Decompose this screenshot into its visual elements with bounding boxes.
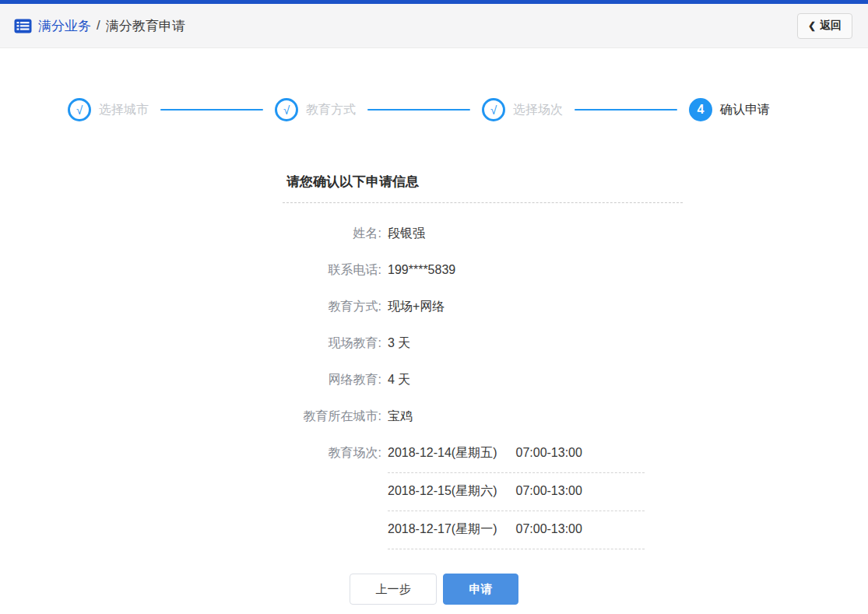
field-row-name: 姓名: 段银强	[283, 224, 683, 243]
field-value: 4 天	[388, 370, 410, 389]
form-title: 请您确认以下申请信息	[286, 173, 683, 191]
session-time: 07:00-13:00	[516, 482, 582, 500]
step-4-number-badge: 4	[689, 98, 712, 121]
field-row-education-method: 教育方式: 现场+网络	[283, 297, 683, 316]
field-row-online-days: 网络教育: 4 天	[283, 370, 683, 389]
step-select-city: √ 选择城市	[68, 98, 149, 121]
field-value: 199****5839	[388, 261, 455, 279]
field-label: 教育方式:	[283, 297, 381, 316]
step-confirm-application: 4 确认申请	[689, 98, 770, 121]
session-date: 2018-12-14(星期五)	[388, 444, 497, 462]
chevron-left-icon: ❮	[808, 21, 816, 30]
session-row: 2018-12-15(星期六) 07:00-13:00	[283, 482, 683, 520]
field-value: 段银强	[388, 224, 425, 243]
field-value: 现场+网络	[388, 297, 445, 316]
apply-button[interactable]: 申请	[443, 574, 518, 605]
breadcrumb-separator: /	[97, 18, 100, 33]
field-row-phone: 联系电话: 199****5839	[283, 261, 683, 279]
session-value: 2018-12-17(星期一) 07:00-13:00	[388, 520, 645, 549]
breadcrumb: 满分业务 / 满分教育申请	[14, 17, 185, 35]
field-label: 联系电话:	[283, 261, 381, 279]
step-2-check-icon: √	[275, 98, 298, 121]
step-3-label: 选择场次	[513, 102, 563, 118]
field-row-onsite-days: 现场教育: 3 天	[283, 334, 683, 353]
field-label	[283, 520, 381, 558]
form-divider	[283, 202, 683, 203]
session-value: 2018-12-15(星期六) 07:00-13:00	[388, 482, 645, 511]
field-label: 教育场次:	[283, 444, 381, 482]
field-label: 姓名:	[283, 224, 381, 243]
field-row-city: 教育所在城市: 宝鸡	[283, 407, 683, 426]
session-row: 2018-12-17(星期一) 07:00-13:00	[283, 520, 683, 558]
form-actions: 上一步 申请	[0, 574, 868, 605]
step-education-method: √ 教育方式	[275, 98, 356, 121]
back-button[interactable]: ❮ 返回	[797, 13, 852, 39]
session-time: 07:00-13:00	[516, 444, 582, 462]
step-connector	[160, 109, 263, 111]
session-date: 2018-12-15(星期六)	[388, 482, 497, 500]
session-value: 2018-12-14(星期五) 07:00-13:00	[388, 444, 645, 473]
step-select-session: √ 选择场次	[482, 98, 563, 121]
session-row: 教育场次: 2018-12-14(星期五) 07:00-13:00	[283, 444, 683, 482]
session-time: 07:00-13:00	[516, 520, 582, 539]
field-value: 3 天	[388, 334, 410, 353]
breadcrumb-root-link[interactable]: 满分业务	[38, 17, 91, 35]
list-icon	[14, 17, 32, 35]
field-label: 教育所在城市:	[283, 407, 381, 426]
field-label: 网络教育:	[283, 370, 381, 389]
step-connector	[367, 109, 470, 111]
app-header: 满分业务 / 满分教育申请 ❮ 返回	[0, 4, 868, 48]
step-connector	[575, 109, 677, 111]
stepper: √ 选择城市 √ 教育方式 √ 选择场次 4 确认申请	[0, 98, 868, 121]
step-3-check-icon: √	[482, 98, 505, 121]
field-label: 现场教育:	[283, 334, 381, 353]
step-4-label: 确认申请	[720, 102, 770, 118]
breadcrumb-current: 满分教育申请	[106, 17, 185, 35]
previous-step-button[interactable]: 上一步	[350, 574, 437, 605]
field-value: 宝鸡	[388, 407, 413, 426]
back-button-label: 返回	[820, 19, 842, 33]
step-1-check-icon: √	[68, 98, 91, 121]
confirmation-form: 请您确认以下申请信息 姓名: 段银强 联系电话: 199****5839 教育方…	[283, 173, 683, 558]
field-label	[283, 482, 381, 520]
step-1-label: 选择城市	[99, 102, 149, 118]
step-2-label: 教育方式	[306, 102, 356, 118]
session-date: 2018-12-17(星期一)	[388, 520, 497, 539]
